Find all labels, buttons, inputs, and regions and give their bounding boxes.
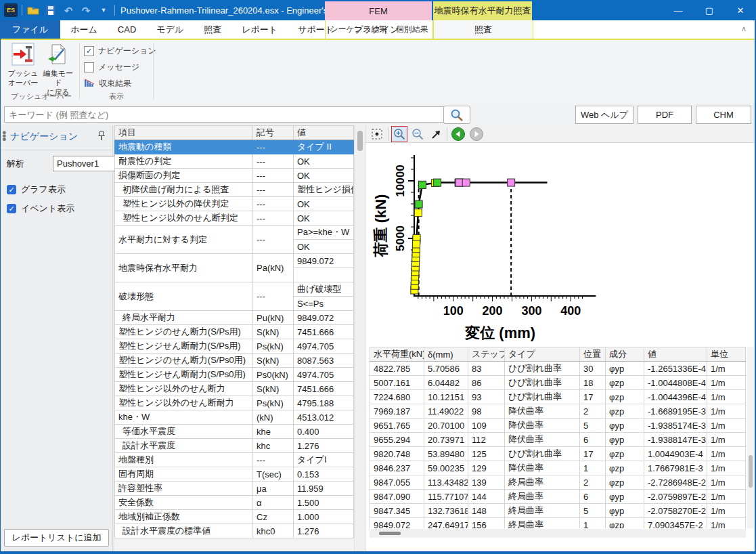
- menu-tab-0[interactable]: ファイル: [0, 20, 60, 39]
- result-row[interactable]: 塑性ヒンジ以外のせん断判定---OK: [115, 211, 354, 226]
- result-table-scrollbar[interactable]: [354, 125, 365, 551]
- minimize-button[interactable]: —: [663, 0, 694, 20]
- result-row[interactable]: 地域別補正係数Cz1.000: [115, 510, 354, 524]
- event-col-header[interactable]: タイプ: [505, 347, 580, 362]
- redo-icon[interactable]: ↷: [79, 3, 93, 17]
- collapse-ribbon-icon[interactable]: ∧: [741, 24, 747, 33]
- zoom-out-icon[interactable]: [410, 127, 425, 142]
- maximize-button[interactable]: ▢: [694, 0, 725, 20]
- back-icon[interactable]: [451, 127, 466, 142]
- event-row[interactable]: 5007.1616.0448286ひび割れ曲率18φzp-1.0044808E-…: [370, 376, 746, 390]
- result-col-header[interactable]: 記号: [253, 126, 294, 140]
- tab-shousa-active[interactable]: 照査: [433, 20, 533, 39]
- message-checkbox[interactable]: メッセージ: [84, 62, 139, 73]
- result-row[interactable]: 許容塑性率μa11.959: [115, 482, 354, 496]
- event-col-header[interactable]: 値: [644, 347, 707, 362]
- qat-dropdown-icon[interactable]: ▼: [97, 3, 110, 17]
- pin-icon[interactable]: [97, 131, 106, 143]
- result-row[interactable]: 塑性ヒンジ以外の降伏判定---OK: [115, 197, 354, 211]
- event-col-header[interactable]: 位置: [580, 347, 606, 362]
- event-col-header[interactable]: 成分: [606, 347, 644, 362]
- undo-icon[interactable]: ↶: [62, 3, 75, 17]
- pushover-button[interactable]: プッシュオーバー: [5, 43, 41, 95]
- event-table-vscrollbar[interactable]: [747, 347, 754, 528]
- event-col-header[interactable]: ステップ: [468, 347, 505, 362]
- search-input[interactable]: [4, 106, 447, 123]
- chm-button[interactable]: CHM: [696, 106, 751, 124]
- result-row[interactable]: 塑性ヒンジ以外のせん断力S(kN)7451.666: [115, 382, 354, 396]
- result-row[interactable]: 破壊形態---曲げ破壊型: [115, 282, 354, 297]
- zoom-in-icon[interactable]: [392, 127, 407, 142]
- event-display-checkbox[interactable]: ✓ イベント表示: [7, 203, 74, 215]
- result-row[interactable]: 等価水平震度khe0.400: [115, 425, 354, 439]
- event-col-header[interactable]: 単位: [707, 347, 746, 362]
- pan-arrow-icon[interactable]: [428, 127, 443, 142]
- event-row[interactable]: 9846.23759.00235129降伏曲率1φzp1.7667981E-31…: [370, 461, 746, 475]
- event-row[interactable]: 7969.18711.4902298降伏曲率2φzp-1.6689195E-31…: [370, 404, 746, 419]
- result-row[interactable]: khe・W(kN)4513.012: [115, 410, 354, 425]
- search-button[interactable]: [443, 106, 470, 124]
- event-table-wrap: 水平荷重(kN)δ(mm)ステップタイプ位置成分値単位 4822.7855.70…: [370, 347, 746, 528]
- result-col-header[interactable]: 値: [294, 126, 354, 140]
- fit-extents-icon[interactable]: [370, 127, 384, 142]
- close-button[interactable]: ✕: [725, 0, 756, 20]
- event-row[interactable]: 9655.29420.73971112降伏曲率6φyp-1.9388147E-3…: [370, 433, 746, 447]
- result-row[interactable]: 耐震性の判定---OK: [115, 154, 354, 169]
- back-to-edit-mode-button[interactable]: 編集モードに戻る: [41, 43, 76, 95]
- result-row[interactable]: 地震動の種類---タイプ II: [115, 140, 354, 154]
- event-row[interactable]: 9847.055113.43482139終局曲率2φzp-2.7286948E-…: [370, 475, 746, 490]
- menu-tab-4[interactable]: 照査: [194, 20, 231, 39]
- analysis-combo[interactable]: Pushover1: [53, 156, 117, 171]
- doc-tab-seismic-check[interactable]: 地震時保有水平耐力照査: [433, 1, 532, 20]
- doc-tab-fem[interactable]: FEM: [325, 1, 432, 20]
- context-tab-0[interactable]: シーケンス結果: [327, 24, 390, 35]
- event-col-header[interactable]: 水平荷重(kN): [370, 347, 424, 362]
- result-row[interactable]: 地盤種別---タイプI: [115, 453, 354, 467]
- result-row[interactable]: 塑性ヒンジ以外のせん断耐力Ps(kN)4795.188: [115, 396, 354, 410]
- scrollbar-thumb[interactable]: [379, 532, 401, 535]
- event-col-header[interactable]: δ(mm): [424, 347, 468, 362]
- event-row[interactable]: 7224.68010.1215193ひび割れ曲率17φzp-1.0044396E…: [370, 390, 746, 404]
- forward-icon[interactable]: [469, 127, 484, 142]
- result-row[interactable]: 初降伏曲げ耐力による照査---塑性ヒンジ損傷: [115, 183, 354, 197]
- context-tab-1[interactable]: 個別結果: [393, 24, 431, 35]
- navigation-checkbox[interactable]: ✓ ナビゲーション: [84, 45, 156, 57]
- scrollbar-thumb[interactable]: [357, 131, 363, 151]
- chart-toolbar: [365, 125, 755, 143]
- event-row[interactable]: 9651.76520.70100109降伏曲率5φyp-1.9385174E-3…: [370, 419, 746, 433]
- result-row[interactable]: 塑性ヒンジのせん断力(S/Ps用)S(kN)7451.666: [115, 325, 354, 339]
- event-row[interactable]: 9820.74853.89480125ひび割れ曲率17φzp1.0044903E…: [370, 447, 746, 461]
- menu-tab-2[interactable]: CAD: [108, 20, 146, 39]
- pushover-chart[interactable]: 500010000100200300400荷重 (kN)変位 (mm): [365, 143, 755, 347]
- panel-grip[interactable]: ●●●: [2, 131, 5, 141]
- convergence-results-item[interactable]: 収束結果: [84, 78, 131, 89]
- result-row[interactable]: 塑性ヒンジせん断耐力(S/Ps0用)Ps0(kN)4974.705: [115, 368, 354, 382]
- event-row[interactable]: 9847.345132.73618148終局曲率5φyp-2.0758270E-…: [370, 504, 746, 518]
- result-row[interactable]: 終局水平耐力Pu(kN)9849.072: [115, 311, 354, 325]
- menu-tab-1[interactable]: ホーム: [60, 20, 108, 39]
- menu-tab-3[interactable]: モデル: [146, 20, 194, 39]
- open-icon[interactable]: [26, 3, 40, 17]
- menu-tab-5[interactable]: レポート: [231, 20, 288, 39]
- event-table-hscrollbar[interactable]: [370, 529, 746, 538]
- event-row[interactable]: 9847.090115.77107144終局曲率6φyp-2.0759897E-…: [370, 490, 746, 504]
- result-row[interactable]: 塑性ヒンジのせん断力(S/Ps0用)S(kN)8087.563: [115, 354, 354, 368]
- result-row[interactable]: 水平耐力に対する判定---Pa>=khe・W: [115, 226, 354, 240]
- pdf-button[interactable]: PDF: [638, 106, 692, 124]
- web-help-button[interactable]: Web ヘルプ: [575, 106, 633, 124]
- add-to-report-list-button[interactable]: レポートリストに追加: [4, 529, 109, 547]
- result-row[interactable]: 固有周期T(sec)0.153: [115, 467, 354, 482]
- event-row[interactable]: 9849.072247.64917156終局曲率1φzp7.0903457E-2…: [370, 518, 746, 529]
- graph-display-checkbox[interactable]: ✓ グラフ表示: [7, 184, 66, 196]
- result-row[interactable]: 設計水平震度khc1.276: [115, 439, 354, 453]
- scrollbar-thumb[interactable]: [749, 455, 753, 488]
- result-col-header[interactable]: 項目: [115, 126, 253, 140]
- save-icon[interactable]: [44, 3, 58, 17]
- event-row[interactable]: 4822.7855.7058683ひび割れ曲率30φyp-1.2651336E-…: [370, 362, 746, 376]
- result-row[interactable]: 塑性ヒンジせん断耐力(S/Ps用)Ps(kN)4974.705: [115, 339, 354, 354]
- app-icon[interactable]: ES: [4, 3, 18, 17]
- result-row[interactable]: 損傷断面の判定---OK: [115, 169, 354, 183]
- result-row[interactable]: 地震時保有水平耐力Pa(kN)9849.072: [115, 254, 354, 268]
- result-row[interactable]: 設計水平震度の標準値khc01.276: [115, 524, 354, 538]
- result-row[interactable]: 安全係数α1.500: [115, 496, 354, 510]
